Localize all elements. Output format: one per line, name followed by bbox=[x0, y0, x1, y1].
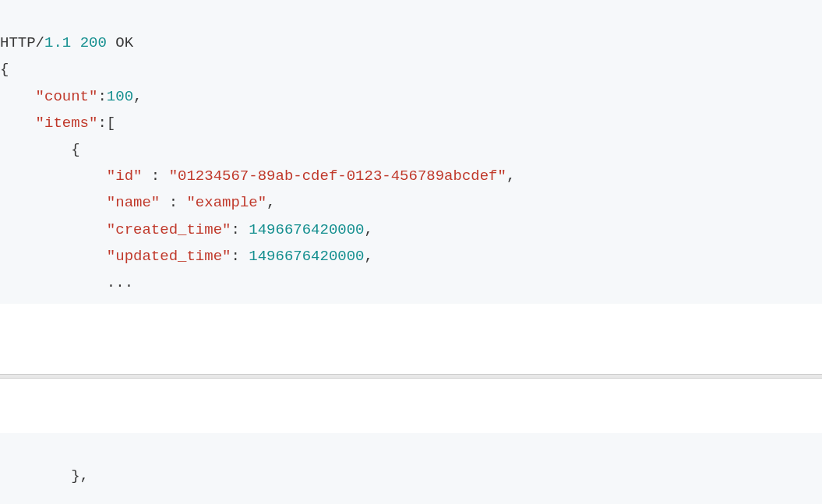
colon: : bbox=[97, 88, 106, 105]
comma: , bbox=[365, 221, 373, 238]
json-key-name: "name" bbox=[107, 194, 160, 211]
indent bbox=[0, 274, 107, 291]
colon: : bbox=[160, 194, 186, 211]
comma: , bbox=[506, 167, 515, 185]
http-version: 1.1 bbox=[44, 34, 71, 51]
http-reason: OK bbox=[115, 34, 133, 51]
indent bbox=[0, 115, 36, 132]
json-value-updated-time: 1496676420000 bbox=[249, 248, 364, 265]
brace-open: { bbox=[71, 141, 79, 158]
comma: , bbox=[133, 88, 142, 105]
bracket-open: [ bbox=[107, 115, 115, 132]
json-key-created-time: "created_time" bbox=[107, 221, 231, 238]
gap bbox=[0, 304, 822, 374]
json-key-items: "items" bbox=[36, 115, 98, 132]
brace-close-item: }, bbox=[71, 467, 89, 485]
indent bbox=[0, 248, 107, 265]
colon: : bbox=[231, 248, 249, 265]
indent bbox=[0, 221, 107, 238]
colon: : bbox=[231, 221, 249, 238]
indent bbox=[0, 167, 107, 185]
comma: , bbox=[266, 194, 275, 211]
indent bbox=[0, 141, 71, 158]
code-block-bottom: }, ... ] } bbox=[0, 433, 822, 504]
ellipsis: ... bbox=[71, 494, 97, 504]
json-value-id: "01234567-89ab-cdef-0123-456789abcdef" bbox=[169, 167, 506, 185]
indent bbox=[0, 194, 107, 211]
json-key-updated-time: "updated_time" bbox=[107, 248, 231, 265]
indent bbox=[0, 494, 71, 504]
brace-open: { bbox=[0, 61, 9, 78]
json-key-id: "id" bbox=[107, 167, 143, 185]
json-key-count: "count" bbox=[36, 88, 98, 105]
ellipsis: ... bbox=[107, 274, 133, 291]
colon: : bbox=[97, 115, 106, 132]
gap bbox=[0, 379, 822, 433]
json-value-count: 100 bbox=[107, 88, 133, 105]
indent bbox=[0, 467, 71, 485]
code-block-top: HTTP/1.1 200 OK { "count":100, "items":[… bbox=[0, 0, 822, 304]
indent bbox=[0, 88, 36, 105]
comma: , bbox=[365, 248, 373, 265]
json-value-created-time: 1496676420000 bbox=[249, 221, 364, 238]
http-status-code: 200 bbox=[80, 34, 107, 51]
colon: : bbox=[142, 167, 168, 185]
json-value-name: "example" bbox=[186, 194, 266, 211]
http-protocol: HTTP/ bbox=[0, 34, 44, 51]
